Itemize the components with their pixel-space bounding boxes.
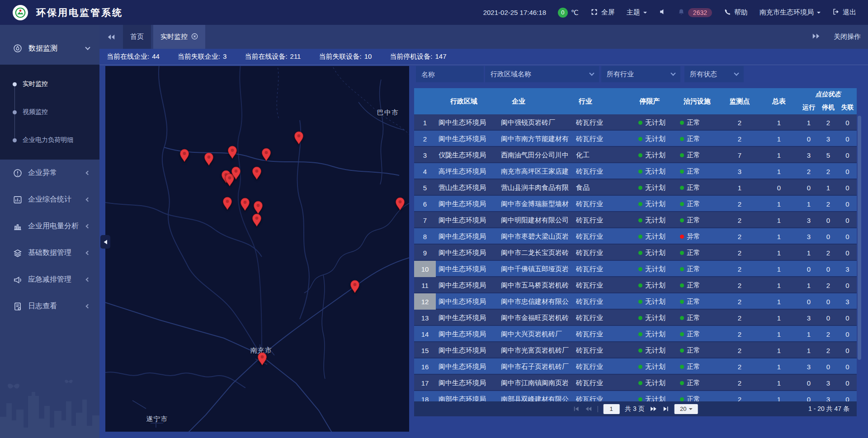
page-size-select[interactable]: 20 bbox=[675, 404, 698, 414]
map-pin[interactable] bbox=[227, 146, 237, 159]
header-datetime: 2021-02-25 17:46:18 bbox=[483, 9, 546, 16]
stat-label: 当前失联企业: bbox=[178, 52, 220, 60]
cell-halt: 2 bbox=[818, 342, 838, 358]
table-row[interactable]: 13 阆中生态环境局 阆中市金福旺页岩机砖 砖瓦行业 无计划 正常 2 1 3 … bbox=[414, 310, 857, 326]
map-pin[interactable] bbox=[179, 149, 189, 162]
table-row[interactable]: 5 营山生态环境局 营山县润丰肉食品有限 食品 无计划 正常 1 0 0 1 0 bbox=[414, 179, 857, 196]
status-dot-icon bbox=[680, 381, 684, 385]
sidebar-item-layers[interactable]: 基础数据管理 bbox=[0, 240, 99, 266]
cell-stop-status: 无计划 bbox=[626, 245, 674, 261]
map-pin[interactable] bbox=[204, 152, 214, 166]
tab-scroll-right-button[interactable] bbox=[812, 33, 820, 41]
sidebar-subitem[interactable]: 企业电力负荷明细 bbox=[0, 126, 99, 154]
status-dot-icon bbox=[680, 267, 684, 271]
first-page-button[interactable] bbox=[573, 406, 579, 412]
cell-facility-status: 正常 bbox=[674, 277, 721, 293]
table-row[interactable]: 17 阆中生态环境局 阆中市江南镇阆南页岩 砖瓦行业 无计划 正常 2 1 0 … bbox=[414, 375, 857, 391]
table-scrollbar[interactable] bbox=[858, 116, 861, 360]
table-row[interactable]: 15 阆中生态环境局 阆中市光富页岩机砖厂 砖瓦行业 无计划 正常 2 1 1 … bbox=[414, 342, 857, 358]
cell-stop-status: 无计划 bbox=[626, 114, 674, 131]
name-filter-input[interactable] bbox=[416, 66, 484, 82]
map[interactable]: 巴中市南充市遂宁市 bbox=[105, 66, 409, 432]
map-pin[interactable] bbox=[294, 131, 304, 145]
map-pin[interactable] bbox=[231, 166, 241, 180]
cell-points: 1 bbox=[721, 179, 759, 196]
col-header-meters: 总表 bbox=[759, 88, 799, 114]
speaker-icon bbox=[659, 8, 666, 17]
close-operations-button[interactable]: 关闭操作 bbox=[834, 33, 861, 41]
cell-index: 12 bbox=[414, 293, 436, 310]
logout-button[interactable]: 退出 bbox=[832, 8, 856, 17]
table-row[interactable]: 2 阆中生态环境局 阆中市南方节能建材有 砖瓦行业 无计划 正常 2 1 0 3… bbox=[414, 131, 857, 147]
map-pin[interactable] bbox=[395, 197, 405, 211]
sidebar-item-alert[interactable]: 企业异常 bbox=[0, 160, 99, 186]
cell-stop-status: 无计划 bbox=[626, 147, 674, 163]
menu-item-icon bbox=[13, 221, 23, 231]
map-pin[interactable] bbox=[261, 148, 271, 161]
tab-scroll-left-button[interactable] bbox=[99, 25, 123, 49]
table-row[interactable]: 11 阆中生态环境局 阆中市五马桥页岩机砖 砖瓦行业 无计划 正常 2 1 1 … bbox=[414, 277, 857, 293]
cell-run: 3 bbox=[799, 212, 818, 228]
sound-toggle[interactable] bbox=[659, 8, 666, 17]
tab-realtime-monitoring[interactable]: 实时监控 bbox=[153, 25, 205, 49]
cell-run: 0 bbox=[799, 261, 818, 277]
table-row[interactable]: 3 仪陇生态环境局 西南油气田分公司川中 化工 无计划 正常 7 1 3 5 0 bbox=[414, 147, 857, 163]
double-chevron-left-icon bbox=[107, 34, 115, 40]
fullscreen-button[interactable]: 全屏 bbox=[590, 8, 615, 17]
table-row[interactable]: 4 高坪生态环境局 南充市高坪区王家店建 砖瓦行业 无计划 正常 3 1 2 2… bbox=[414, 163, 857, 179]
page-number-input[interactable] bbox=[603, 404, 619, 414]
table-row[interactable]: 14 阆中生态环境局 阆中大兴页岩机砖厂 砖瓦行业 无计划 正常 2 1 1 2… bbox=[414, 326, 857, 342]
map-pin[interactable] bbox=[257, 352, 267, 366]
stat-item: 当前在线设备:211 bbox=[245, 52, 301, 61]
org-dropdown[interactable]: 南充市生态环境局 bbox=[760, 8, 821, 17]
map-collapse-button[interactable] bbox=[100, 235, 110, 249]
sidebar-item-chart[interactable]: 企业用电量分析 bbox=[0, 213, 99, 240]
cell-halt: 0 bbox=[818, 293, 838, 310]
menu-item-label: 日志查看 bbox=[28, 301, 57, 311]
cell-halt: 3 bbox=[818, 375, 838, 391]
map-pin[interactable] bbox=[222, 197, 232, 210]
cell-lost: 0 bbox=[838, 114, 857, 131]
map-pin[interactable] bbox=[252, 213, 262, 227]
tab-close-icon[interactable] bbox=[191, 33, 198, 41]
submenu-label: 企业电力负荷明细 bbox=[23, 136, 73, 144]
region-filter-select[interactable]: 行政区域名称 bbox=[485, 66, 599, 82]
sidebar-item-stats[interactable]: 企业综合统计 bbox=[0, 186, 99, 213]
table-row[interactable]: 6 阆中生态环境局 阆中市金博瑞新型墙材 砖瓦行业 无计划 正常 2 1 1 2… bbox=[414, 196, 857, 212]
stat-label: 当前失联设备: bbox=[319, 52, 361, 60]
prev-page-button[interactable] bbox=[585, 406, 592, 412]
theme-dropdown[interactable]: 主题 bbox=[627, 8, 647, 17]
next-page-button[interactable] bbox=[650, 406, 657, 412]
table-row[interactable]: 1 阆中生态环境局 阆中强锐页岩砖厂 砖瓦行业 无计划 正常 2 1 1 2 0 bbox=[414, 114, 857, 131]
cell-stop-status: 无计划 bbox=[626, 310, 674, 326]
table-row[interactable]: 18 南部生态环境局 南部县双峰建材有限公 砖瓦行业 无计划 正常 2 1 0 … bbox=[414, 391, 857, 401]
map-pin[interactable] bbox=[240, 198, 250, 211]
table-row[interactable]: 16 阆中生态环境局 阆中市石子页岩机砖厂 砖瓦行业 无计划 正常 2 1 3 … bbox=[414, 358, 857, 375]
map-pin[interactable] bbox=[253, 201, 263, 214]
table-row[interactable]: 10 阆中生态环境局 阆中千佛镇五郎垭页岩 砖瓦行业 无计划 正常 2 1 0 … bbox=[414, 261, 857, 277]
table-row[interactable]: 8 阆中生态环境局 阆中市枣碧大梁山页岩 砖瓦行业 无计划 异常 2 1 3 0… bbox=[414, 228, 857, 245]
pagination-range-label: 1 - 20 共 47 条 bbox=[808, 401, 849, 416]
industry-filter-select[interactable]: 所有行业 bbox=[601, 66, 680, 82]
table-row[interactable]: 12 阆中生态环境局 阆中市忠信建材有限公 砖瓦行业 无计划 正常 2 1 0 … bbox=[414, 293, 857, 310]
help-button[interactable]: 帮助 bbox=[724, 8, 748, 17]
sidebar-item-log[interactable]: 日志查看 bbox=[0, 293, 99, 320]
cell-meters: 1 bbox=[759, 147, 799, 163]
cell-run: 0 bbox=[799, 131, 818, 147]
map-pin[interactable] bbox=[350, 280, 360, 293]
status-filter-select[interactable]: 所有状态 bbox=[684, 66, 744, 82]
sidebar-subitem[interactable]: 视频监控 bbox=[0, 98, 99, 126]
table-row[interactable]: 9 阆中生态环境局 阆中市二龙长宝页岩砖 砖瓦行业 无计划 正常 2 1 1 2… bbox=[414, 245, 857, 261]
notifications-button[interactable]: 2632 bbox=[678, 8, 712, 17]
sidebar-subitem[interactable]: 实时监控 bbox=[0, 70, 99, 98]
col-header-lost: 失联 bbox=[838, 100, 857, 114]
map-pin[interactable] bbox=[252, 166, 262, 180]
chevron-down-icon bbox=[689, 408, 693, 412]
sidebar-group-data-monitoring[interactable]: 数据监测 bbox=[0, 32, 99, 65]
sidebar-item-megaphone[interactable]: 应急减排管理 bbox=[0, 266, 99, 293]
tab-home[interactable]: 首页 bbox=[123, 25, 151, 49]
stat-item: 当前在线企业:44 bbox=[107, 52, 160, 61]
last-page-button[interactable] bbox=[663, 406, 669, 412]
table-row[interactable]: 7 阆中生态环境局 阆中明阳建材有限公司 砖瓦行业 无计划 正常 2 1 3 0… bbox=[414, 212, 857, 228]
stat-value: 10 bbox=[364, 52, 372, 60]
